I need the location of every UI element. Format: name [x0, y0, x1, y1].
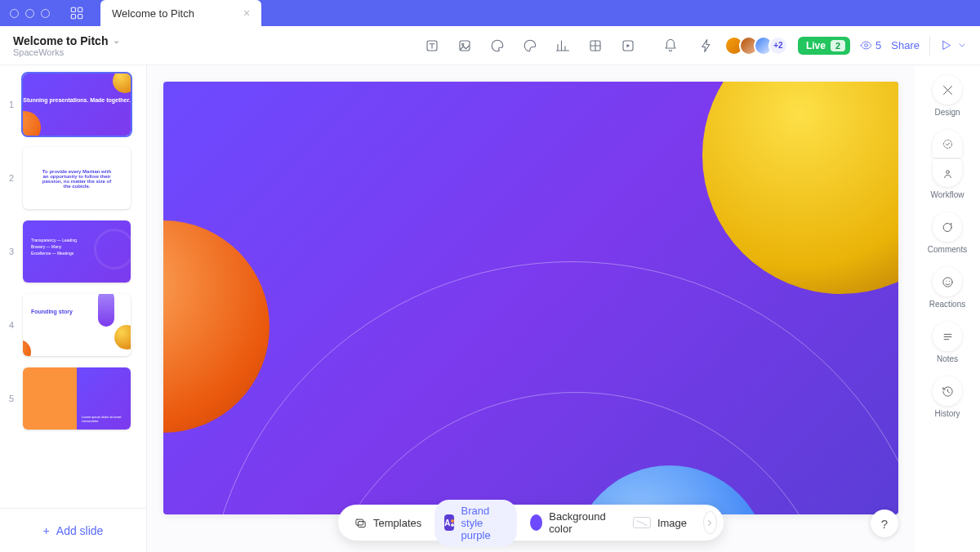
- svg-point-14: [942, 277, 951, 286]
- tab-title: Welcome to Pitch: [112, 7, 194, 20]
- workflow-label: Workflow: [931, 190, 964, 199]
- slide-number: 1: [7, 100, 16, 109]
- slide-number: 5: [7, 394, 16, 403]
- doc-title: Welcome to Pitch: [13, 34, 108, 47]
- image-button[interactable]: Image: [623, 512, 697, 534]
- help-button[interactable]: ?: [871, 510, 898, 537]
- slide-thumbnail[interactable]: To provide every Martian with an opportu…: [23, 147, 131, 209]
- svg-rect-11: [358, 521, 365, 527]
- history-label: History: [934, 409, 960, 418]
- background-label: Background color: [549, 510, 610, 535]
- header-toolbar: Welcome to Pitch ⌄ SpaceWorks +2 Live 2 …: [0, 26, 980, 65]
- quick-actions-button[interactable]: [693, 33, 719, 59]
- history-button[interactable]: [933, 376, 962, 406]
- slide-title: Stunning presentations. Made together.: [23, 97, 131, 104]
- plus-icon: +: [43, 524, 50, 537]
- slide-row: 3 Transparency — Leading Bravery — Many …: [7, 220, 140, 283]
- views-count[interactable]: 5: [860, 39, 881, 51]
- comments-button[interactable]: [933, 212, 962, 242]
- workflow-status-button[interactable]: [933, 130, 962, 158]
- comments-label: Comments: [928, 245, 967, 254]
- svg-rect-3: [78, 15, 82, 19]
- image-tool-button[interactable]: [452, 33, 478, 59]
- window-minimize-icon[interactable]: [25, 9, 34, 18]
- color-swatch-icon: [531, 514, 543, 531]
- live-badge[interactable]: Live 2: [798, 37, 850, 55]
- floating-toolbar: Templates A Brand style purple Backgroun…: [338, 505, 724, 541]
- svg-point-6: [462, 43, 464, 45]
- window-close-icon[interactable]: [10, 9, 19, 18]
- document-tab[interactable]: Welcome to Pitch ×: [100, 0, 261, 26]
- present-button[interactable]: [940, 39, 967, 51]
- svg-rect-10: [356, 519, 363, 525]
- svg-rect-0: [71, 7, 75, 11]
- slide-row: 5 Lorem ipsum dolor sit amet consectetur: [7, 367, 140, 430]
- reactions-button[interactable]: [933, 267, 962, 296]
- text-tool-button[interactable]: [419, 33, 445, 59]
- slide-row: 1 Stunning presentations. Made together.: [7, 73, 140, 136]
- slide-thumbnail[interactable]: Founding story: [23, 294, 131, 356]
- workflow-assign-button[interactable]: [933, 159, 962, 187]
- add-slide-label: Add slide: [56, 524, 104, 537]
- sticker-tool-button[interactable]: [517, 33, 543, 59]
- background-color-button[interactable]: Background color: [521, 505, 620, 540]
- window-maximize-icon[interactable]: [41, 9, 50, 18]
- notes-label: Notes: [937, 354, 958, 363]
- brand-style-label: Brand style purple: [461, 505, 508, 541]
- workspace-name: SpaceWorks: [13, 47, 120, 57]
- tab-close-icon[interactable]: ×: [243, 7, 250, 20]
- window-titlebar: Welcome to Pitch ×: [0, 0, 980, 26]
- yellow-sphere: [702, 82, 898, 294]
- canvas-area: Templates A Brand style purple Backgroun…: [147, 65, 915, 552]
- doc-title-block[interactable]: Welcome to Pitch ⌄ SpaceWorks: [13, 34, 120, 57]
- templates-label: Templates: [373, 517, 421, 529]
- slide-number: 3: [7, 247, 16, 256]
- brand-style-button[interactable]: A Brand style purple: [434, 500, 517, 546]
- right-panel: Design Workflow Comments Reactions Notes…: [915, 65, 980, 552]
- chevron-down-icon: ⌄: [113, 35, 120, 46]
- divider: [929, 36, 930, 56]
- templates-button[interactable]: Templates: [345, 512, 431, 534]
- insert-tools: [419, 33, 641, 59]
- svg-rect-2: [71, 15, 75, 19]
- svg-rect-1: [78, 7, 82, 11]
- notes-button[interactable]: [933, 322, 962, 351]
- svg-point-13: [946, 170, 949, 173]
- chart-tool-button[interactable]: [550, 33, 576, 59]
- collaborator-avatars[interactable]: +2: [729, 36, 788, 56]
- slide-canvas[interactable]: [163, 82, 898, 514]
- slides-list: 1 Stunning presentations. Made together.…: [0, 65, 146, 508]
- svg-point-9: [865, 44, 868, 47]
- share-button[interactable]: Share: [891, 39, 920, 51]
- live-label: Live: [806, 40, 826, 51]
- slides-panel: 1 Stunning presentations. Made together.…: [0, 65, 147, 552]
- apps-grid-icon[interactable]: [69, 6, 84, 20]
- views-number: 5: [875, 39, 881, 51]
- design-label: Design: [934, 108, 960, 117]
- reactions-label: Reactions: [929, 300, 965, 309]
- slide-thumbnail[interactable]: Transparency — Leading Bravery — Many Ex…: [23, 220, 131, 283]
- embed-tool-button[interactable]: [615, 33, 641, 59]
- image-icon: [633, 517, 651, 528]
- live-count: 2: [831, 40, 845, 51]
- slide-number: 4: [7, 320, 16, 330]
- traffic-lights: [10, 9, 50, 18]
- notifications-button[interactable]: [657, 33, 684, 59]
- slide-title: Founding story: [31, 309, 73, 314]
- slide-row: 4 Founding story: [7, 294, 140, 356]
- orange-sphere: [163, 220, 270, 433]
- shape-tool-button[interactable]: [484, 33, 510, 59]
- design-button[interactable]: [933, 75, 962, 105]
- image-label: Image: [657, 517, 687, 529]
- slide-number: 2: [7, 173, 16, 183]
- toolbar-expand-button[interactable]: [703, 511, 717, 534]
- slide-row: 2 To provide every Martian with an oppor…: [7, 147, 140, 209]
- slide-thumbnail[interactable]: Stunning presentations. Made together.: [23, 73, 131, 136]
- add-slide-button[interactable]: + Add slide: [0, 508, 146, 552]
- avatar-more: +2: [768, 36, 788, 56]
- slide-thumbnail[interactable]: Lorem ipsum dolor sit amet consectetur: [23, 367, 131, 430]
- table-tool-button[interactable]: [582, 33, 608, 59]
- slide-title: To provide every Martian with an opportu…: [39, 169, 114, 189]
- slide-content: Transparency — Leading Bravery — Many Ex…: [31, 237, 77, 256]
